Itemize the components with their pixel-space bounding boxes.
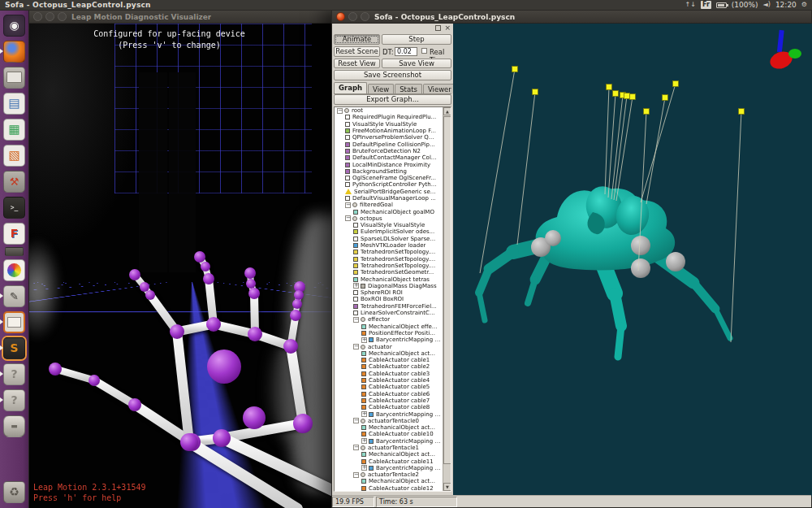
tree-item-mechanicalobject-act[interactable]: MechanicalObject act... bbox=[335, 478, 443, 484]
sofa-maximize-button[interactable] bbox=[361, 12, 369, 21]
tree-item-diagonalmass-diagmass[interactable]: +DiagonalMass DiagMass bbox=[335, 283, 443, 289]
expand-icon[interactable]: + bbox=[361, 438, 367, 444]
session-gear-icon[interactable]: ⚙ bbox=[801, 1, 807, 9]
tree-item-cableactuator-cable7[interactable]: CableActuator cable7 bbox=[335, 397, 443, 404]
tree-item-pythonscriptcontroller-pyth[interactable]: PythonScriptController Pyth... bbox=[335, 181, 443, 188]
tree-item-barycentricmapping-b[interactable]: +BarycentricMapping B... bbox=[335, 465, 443, 471]
launcher-archive-manager[interactable] bbox=[0, 309, 28, 335]
tree-item-tetrahedronsettopology[interactable]: TetrahedronSetTopology.... bbox=[335, 249, 443, 255]
tree-item-sparseldlsolver-sparse[interactable]: SparseLDLSolver Sparse... bbox=[335, 236, 443, 242]
tree-item-root[interactable]: −root bbox=[335, 107, 443, 114]
tree-item-barycentricmapping-b[interactable]: +BarycentricMapping B... bbox=[335, 336, 443, 343]
sofa-3d-viewport[interactable] bbox=[453, 24, 812, 497]
tree-item-cableactuator-cable8[interactable]: CableActuator cable8 bbox=[335, 404, 443, 410]
tree-item-cableactuator-cable1[interactable]: CableActuator cable1 bbox=[335, 357, 443, 363]
launcher-unknown-app-1[interactable]: ? bbox=[0, 361, 28, 387]
save-screenshot-button[interactable]: Save Screenshot bbox=[334, 70, 451, 80]
leap-minimize-button[interactable] bbox=[45, 12, 54, 21]
launcher-firefox[interactable] bbox=[0, 38, 28, 64]
tree-item-cableactuator-cable11[interactable]: CableActuator cable11 bbox=[335, 458, 443, 464]
tree-item-linearsolverconstraintc[interactable]: LinearSolverConstraintC... bbox=[335, 310, 443, 316]
volume-icon[interactable]: ◄) bbox=[763, 1, 771, 9]
tree-item-filteredgoal[interactable]: −filteredGoal bbox=[335, 202, 443, 208]
tree-item-oglsceneframe-oglscenefr[interactable]: OglSceneFrame OglSceneFr... bbox=[335, 175, 443, 181]
scrollbar-thumb[interactable] bbox=[443, 116, 451, 464]
sofa-titlebar[interactable]: Sofa - Octopus_LeapControl.pyscn bbox=[332, 11, 811, 24]
sofa-minimize-button[interactable] bbox=[348, 12, 357, 21]
keyboard-layout-indicator[interactable]: Fr bbox=[701, 1, 711, 9]
tree-item-effector[interactable]: −effector bbox=[335, 316, 443, 323]
collapse-icon[interactable]: − bbox=[353, 317, 359, 323]
step-button[interactable]: Step bbox=[382, 34, 451, 45]
tree-item-defaultpipeline-collisionpip[interactable]: DefaultPipeline CollisionPip... bbox=[335, 141, 443, 147]
leap-maximize-button[interactable] bbox=[58, 12, 67, 21]
tree-item-tetrahedronsetgeometr[interactable]: TetrahedronSetGeometr... bbox=[335, 269, 443, 276]
launcher-unknown-app-2[interactable]: ? bbox=[0, 387, 28, 413]
save-view-button[interactable]: Save View bbox=[382, 59, 451, 68]
tree-item-tetrahedronsettopology[interactable]: TetrahedronSetTopology.... bbox=[335, 263, 443, 269]
collapse-icon[interactable]: − bbox=[353, 445, 359, 450]
expand-icon[interactable]: + bbox=[361, 337, 367, 343]
tree-item-eulerimplicitsolver-odes[interactable]: EulerImplicitSolver odes... bbox=[335, 228, 443, 235]
launcher-ubuntu-dash[interactable]: ◉ bbox=[0, 12, 28, 38]
leap-3d-viewport[interactable]: Configured for up-facing device (Press '… bbox=[29, 24, 332, 508]
tree-item-tetrahedronsettopology[interactable]: TetrahedronSetTopology.... bbox=[335, 256, 443, 263]
launcher-terminal[interactable]: >_ bbox=[0, 194, 28, 220]
expand-icon[interactable]: + bbox=[361, 465, 367, 471]
launcher-libreoffice-impress[interactable]: ▧ bbox=[0, 142, 28, 168]
launcher-sofa-launcher[interactable]: F bbox=[0, 220, 28, 246]
tree-item-cableactuator-cable10[interactable]: CableActuator cable10 bbox=[335, 431, 443, 437]
export-graph-button[interactable]: Export Graph... bbox=[334, 94, 451, 105]
collapse-icon[interactable]: − bbox=[353, 418, 359, 423]
expand-icon[interactable]: + bbox=[361, 411, 367, 417]
tree-item-actuatortentacle1[interactable]: −actuatorTentacle1 bbox=[335, 445, 443, 451]
tree-item-backgroundsetting[interactable]: BackgroundSetting bbox=[335, 168, 443, 175]
tree-item-qpinverseproblemsolver-q[interactable]: QPInverseProblemSolver Q... bbox=[335, 134, 443, 141]
tree-item-actuatortentacle0[interactable]: −actuatorTentacle0 bbox=[335, 418, 443, 424]
tree-item-cableactuator-cable12[interactable]: CableActuator cable12 bbox=[335, 485, 443, 491]
tree-item-barycentricmapping-b[interactable]: +BarycentricMapping B... bbox=[335, 410, 443, 417]
launcher-libreoffice-writer[interactable]: ▤ bbox=[0, 90, 28, 116]
tree-item-visualstyle-visualstyle[interactable]: VisualStyle VisualStyle bbox=[335, 222, 443, 228]
clock[interactable]: 12:20 bbox=[775, 1, 797, 9]
scroll-up-icon[interactable]: ▲ bbox=[443, 107, 451, 115]
launcher-system-tools[interactable]: ⚒ bbox=[0, 168, 28, 194]
tree-item-positioneffector-positi[interactable]: PositionEffector Positi... bbox=[335, 330, 443, 336]
dt-input[interactable] bbox=[395, 47, 417, 56]
tree-item-cableactuator-cable2[interactable]: CableActuator cable2 bbox=[335, 363, 443, 370]
tab-viewer[interactable]: Viewer bbox=[423, 84, 456, 93]
tab-graph[interactable]: Graph bbox=[334, 82, 367, 93]
tree-item-defaultcontactmanager-col[interactable]: DefaultContactManager Col... bbox=[335, 154, 443, 161]
collapse-icon[interactable]: − bbox=[353, 344, 359, 350]
tree-item-defaultvisualmanagerloop[interactable]: DefaultVisualManagerLoop ... bbox=[335, 195, 443, 202]
network-icon[interactable]: ↑↓ bbox=[685, 1, 696, 9]
tree-item-requiredplugin-requiredplu[interactable]: RequiredPlugin RequiredPlu... bbox=[335, 114, 443, 120]
collapse-icon[interactable]: − bbox=[353, 472, 359, 478]
leap-close-button[interactable] bbox=[33, 12, 42, 21]
launcher-text-editor[interactable]: ✎ bbox=[0, 283, 28, 309]
tree-scrollbar[interactable]: ▲ ▼ bbox=[443, 107, 451, 491]
tree-item-cableactuator-cable3[interactable]: CableActuator cable3 bbox=[335, 371, 443, 377]
tree-item-cableactuator-cable4[interactable]: CableActuator cable4 bbox=[335, 377, 443, 384]
launcher-libreoffice-calc[interactable]: ▦ bbox=[0, 116, 28, 142]
tree-item-bruteforcedetection-n2[interactable]: BruteForceDetection N2 bbox=[335, 148, 443, 154]
tree-item-octopus[interactable]: −octopus bbox=[335, 215, 443, 222]
tree-item-actuator[interactable]: −actuator bbox=[335, 343, 443, 350]
tree-item-cableactuator-cable5[interactable]: CableActuator cable5 bbox=[335, 384, 443, 390]
tree-item-meshvtkloader-loader[interactable]: MeshVTKLoader loader bbox=[335, 242, 443, 249]
scroll-down-icon[interactable]: ▼ bbox=[443, 483, 451, 491]
tree-item-mechanicalobject-act[interactable]: MechanicalObject act... bbox=[335, 451, 443, 458]
tree-item-visualstyle-visualstyle[interactable]: VisualStyle VisualStyle bbox=[335, 121, 443, 128]
real-time-checkbox[interactable] bbox=[421, 48, 427, 54]
tree-item-mechanicalobject-tetras[interactable]: MechanicalObject tetras bbox=[335, 276, 443, 282]
launcher-sofa-s[interactable]: S bbox=[0, 335, 28, 361]
tree-item-sphereroi-roi[interactable]: SphereROI ROI bbox=[335, 289, 443, 296]
launcher-trash[interactable]: ♻ bbox=[0, 479, 28, 505]
tree-item-mechanicalobject-act[interactable]: MechanicalObject act... bbox=[335, 424, 443, 431]
tab-stats[interactable]: Stats bbox=[395, 84, 422, 93]
tree-item-tetrahedronfemforcefiel[interactable]: TetrahedronFEMForceFiel... bbox=[335, 303, 443, 310]
launcher-disk-utility[interactable]: ▬ bbox=[0, 413, 28, 439]
collapse-icon[interactable]: − bbox=[345, 202, 351, 208]
launcher-color-wheel[interactable] bbox=[0, 257, 28, 283]
tree-item-localmindistance-proximity[interactable]: LocalMinDistance Proximity bbox=[335, 161, 443, 167]
